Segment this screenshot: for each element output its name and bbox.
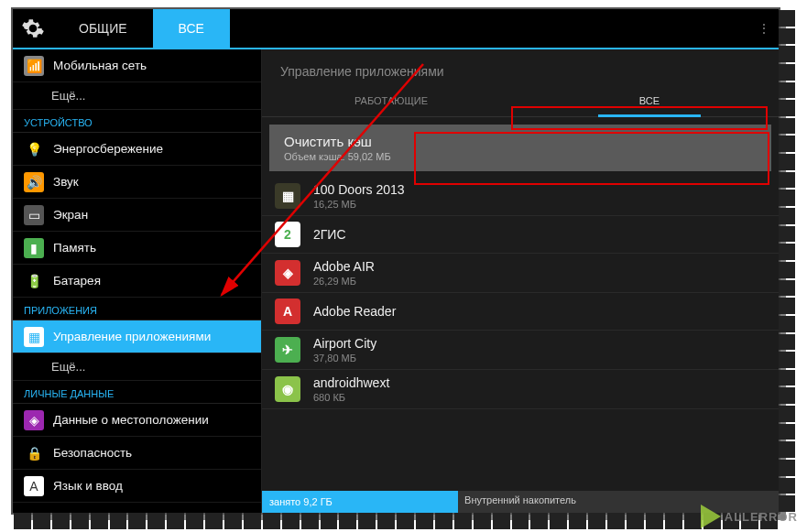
overflow-menu-icon[interactable]: ⋮ bbox=[749, 8, 779, 49]
tab-general[interactable]: ОБЩИЕ bbox=[53, 9, 153, 48]
watermark-text: ALLERROR bbox=[725, 510, 798, 524]
sd-card-icon: ▮ bbox=[24, 238, 44, 258]
app-row[interactable]: ✈Airport City37,80 МБ bbox=[262, 331, 779, 370]
sidebar-item-sound[interactable]: 🔊 Звук bbox=[13, 166, 261, 199]
app-row[interactable]: AAdobe Reader bbox=[262, 293, 779, 331]
sidebar-item-label: Данные о местоположении bbox=[53, 413, 209, 427]
app-name: Airport City bbox=[313, 336, 376, 351]
sidebar-item-manage-apps[interactable]: ▦ Управление приложениями bbox=[13, 320, 261, 353]
sidebar-item-label: Звук bbox=[53, 175, 79, 189]
section-personal: ЛИЧНЫЕ ДАННЫЕ bbox=[13, 381, 261, 404]
language-icon: A bbox=[24, 476, 44, 496]
app-icon: A bbox=[275, 299, 300, 324]
sidebar-item-memory[interactable]: ▮ Память bbox=[13, 232, 261, 265]
sidebar-item-label: Энергосбережение bbox=[53, 142, 163, 156]
app-list[interactable]: ▦100 Doors 201316,25 МБ22ГИС◈Adobe AIR26… bbox=[262, 177, 779, 491]
app-subtabs: РАБОТАЮЩИЕ ВСЕ bbox=[262, 88, 779, 117]
apps-grid-icon: ▦ bbox=[24, 327, 44, 347]
sidebar-item-label: Язык и ввод bbox=[53, 479, 123, 493]
sidebar-item-mobile-network[interactable]: 📶 Мобильная сеть bbox=[13, 49, 261, 82]
sidebar-more-2[interactable]: Ещё... bbox=[13, 353, 261, 381]
app-row[interactable]: ◈Adobe AIR26,29 МБ bbox=[262, 254, 779, 293]
apps-content-panel: Управление приложениями РАБОТАЮЩИЕ ВСЕ О… bbox=[262, 49, 779, 513]
screen-icon: ▭ bbox=[24, 205, 44, 225]
app-size: 680 КБ bbox=[313, 392, 389, 403]
app-size: 37,80 МБ bbox=[313, 353, 376, 364]
sidebar-item-label: Мобильная сеть bbox=[53, 59, 147, 72]
sidebar-item-energy[interactable]: 💡 Энергосбережение bbox=[13, 133, 261, 166]
android-settings-window: ОБЩИЕ ВСЕ ⋮ 📶 Мобильная сеть Ещё... УСТР… bbox=[11, 7, 780, 515]
app-name: androidhwext bbox=[313, 375, 389, 390]
settings-sidebar: 📶 Мобильная сеть Ещё... УСТРОЙСТВО 💡 Эне… bbox=[13, 49, 262, 513]
app-name: Adobe Reader bbox=[313, 304, 396, 319]
sidebar-item-label: Управление приложениями bbox=[53, 330, 211, 343]
clear-cache-button[interactable]: Очистить кэш Объем кэша: 59,02 МБ bbox=[269, 125, 771, 171]
app-row[interactable]: 22ГИС bbox=[262, 216, 779, 254]
app-size: 16,25 МБ bbox=[313, 199, 405, 210]
watermark: ALLERROR bbox=[701, 505, 798, 528]
app-row[interactable]: ◉androidhwext680 КБ bbox=[262, 370, 779, 409]
clear-cache-subtitle: Объем кэша: 59,02 МБ bbox=[284, 151, 757, 162]
app-icon: ✈ bbox=[275, 337, 300, 363]
sidebar-item-backup[interactable]: ↻ Восстановление и сброс bbox=[13, 503, 261, 513]
sidebar-item-label: Батарея bbox=[53, 274, 101, 288]
app-row[interactable]: ▦100 Doors 201316,25 МБ bbox=[262, 177, 779, 216]
app-name: 2ГИС bbox=[313, 227, 346, 242]
torn-edge-right bbox=[779, 9, 795, 513]
content-title: Управление приложениями bbox=[262, 49, 779, 88]
app-icon: ▦ bbox=[275, 183, 300, 209]
sidebar-item-label: Память bbox=[53, 241, 96, 255]
subtab-all[interactable]: ВСЕ bbox=[520, 88, 779, 116]
sidebar-item-location[interactable]: ◈ Данные о местоположении bbox=[13, 404, 261, 437]
app-name: 100 Doors 2013 bbox=[313, 182, 405, 197]
sidebar-item-battery[interactable]: 🔋 Батарея bbox=[13, 265, 261, 298]
battery-icon: 🔋 bbox=[24, 271, 44, 291]
tab-all[interactable]: ВСЕ bbox=[153, 9, 230, 48]
app-icon: 2 bbox=[275, 222, 300, 247]
torn-edge-bottom bbox=[13, 513, 779, 529]
speaker-icon: 🔊 bbox=[24, 172, 44, 192]
sidebar-more-1[interactable]: Ещё... bbox=[13, 82, 261, 110]
sidebar-item-security[interactable]: 🔒 Безопасность bbox=[13, 437, 261, 470]
header-bar: ОБЩИЕ ВСЕ ⋮ bbox=[13, 9, 779, 49]
sidebar-item-label: Экран bbox=[53, 208, 88, 222]
settings-gear-icon bbox=[13, 8, 53, 49]
play-logo-icon bbox=[701, 505, 721, 528]
section-device: УСТРОЙСТВО bbox=[13, 110, 261, 133]
clear-cache-title: Очистить кэш bbox=[284, 134, 757, 149]
location-icon: ◈ bbox=[24, 410, 44, 430]
app-icon: ◈ bbox=[275, 260, 300, 286]
app-name: Adobe AIR bbox=[313, 259, 375, 274]
mobile-network-icon: 📶 bbox=[24, 56, 44, 76]
lock-icon: 🔒 bbox=[24, 443, 44, 463]
section-apps: ПРИЛОЖЕНИЯ bbox=[13, 298, 261, 320]
sidebar-item-label: Безопасность bbox=[53, 446, 132, 460]
sidebar-item-screen[interactable]: ▭ Экран bbox=[13, 199, 261, 232]
app-icon: ◉ bbox=[275, 376, 300, 402]
app-size: 26,29 МБ bbox=[313, 276, 375, 287]
subtab-running[interactable]: РАБОТАЮЩИЕ bbox=[262, 88, 520, 116]
sidebar-item-language[interactable]: A Язык и ввод bbox=[13, 470, 261, 503]
bulb-icon: 💡 bbox=[24, 139, 44, 159]
